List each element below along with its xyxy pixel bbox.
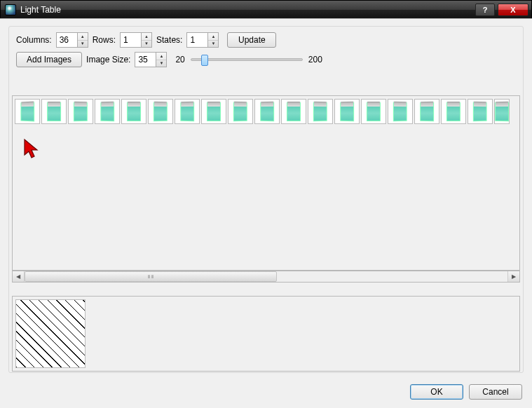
product-icon (127, 102, 141, 121)
scroll-left-icon[interactable]: ◀ (13, 271, 25, 282)
product-icon (74, 102, 88, 121)
spare-images-area (12, 296, 520, 372)
states-label: States: (156, 35, 182, 45)
product-icon (100, 102, 114, 122)
product-thumbnail[interactable] (175, 99, 200, 124)
columns-up-icon[interactable]: ▲ (78, 33, 88, 41)
columns-down-icon[interactable]: ▼ (78, 41, 88, 48)
client-area: Columns: ▲▼ Rows: ▲▼ States: ▲▼ Update A… (0, 18, 532, 408)
product-icon (446, 102, 461, 121)
product-thumbnail[interactable] (228, 99, 253, 124)
slider-thumb[interactable] (201, 55, 208, 66)
add-images-button[interactable]: Add Images (16, 52, 82, 67)
columns-input[interactable] (56, 32, 77, 48)
product-icon (207, 102, 221, 121)
product-icon (180, 102, 194, 122)
app-icon (5, 4, 16, 15)
product-icon (420, 102, 434, 121)
product-icon (473, 102, 487, 122)
cancel-button[interactable]: Cancel (469, 384, 522, 400)
horizontal-scrollbar[interactable]: ◀ ▶ (12, 271, 520, 283)
rows-spinner[interactable]: ▲▼ (120, 32, 152, 48)
rows-input[interactable] (120, 32, 141, 48)
product-thumbnail[interactable] (254, 99, 280, 124)
product-thumbnail[interactable] (148, 99, 173, 124)
rows-label: Rows: (93, 35, 116, 45)
product-thumbnail[interactable] (441, 99, 466, 124)
product-thumbnail[interactable] (281, 99, 306, 124)
slider-max-label: 200 (308, 55, 322, 64)
product-icon (367, 102, 381, 121)
product-thumbnail[interactable] (468, 99, 493, 124)
columns-label: Columns: (16, 35, 52, 45)
update-button[interactable]: Update (227, 32, 276, 48)
rows-down-icon[interactable]: ▼ (142, 41, 151, 48)
image-size-input[interactable] (135, 52, 156, 67)
spare-slot-empty[interactable] (15, 299, 86, 368)
product-icon (495, 102, 509, 121)
image-size-slider[interactable] (191, 58, 303, 61)
states-down-icon[interactable]: ▼ (208, 41, 218, 48)
product-thumbnail[interactable] (41, 99, 67, 124)
product-icon (20, 102, 34, 122)
product-thumbnail[interactable] (388, 99, 413, 124)
titlebar: Light Table ? X (1, 1, 531, 19)
product-thumbnail[interactable] (121, 99, 146, 124)
states-spinner[interactable]: ▲▼ (186, 32, 219, 48)
product-icon (47, 102, 61, 121)
product-thumbnail[interactable] (201, 99, 226, 124)
empty-slot-hatch-icon (16, 300, 85, 367)
rows-up-icon[interactable]: ▲ (142, 33, 151, 41)
product-icon (154, 102, 168, 121)
settings-row-2: Add Images Image Size: ▲▼ 20 200 (9, 48, 523, 67)
settings-row-1: Columns: ▲▼ Rows: ▲▼ States: ▲▼ Update (9, 27, 523, 48)
states-input[interactable] (186, 32, 207, 48)
product-icon (393, 102, 407, 122)
product-icon (287, 102, 301, 121)
image-size-up-icon[interactable]: ▲ (156, 53, 166, 60)
product-icon (260, 102, 274, 122)
thumbnails-row (13, 96, 519, 127)
columns-spinner[interactable]: ▲▼ (56, 32, 88, 48)
image-size-slider-group: 20 200 (175, 55, 322, 64)
help-button[interactable]: ? (475, 4, 495, 16)
product-icon (233, 102, 247, 121)
product-thumbnail[interactable] (414, 99, 439, 124)
image-size-down-icon[interactable]: ▼ (156, 60, 166, 67)
ok-button[interactable]: OK (410, 384, 463, 400)
product-thumbnail[interactable] (95, 99, 120, 124)
product-icon (340, 102, 354, 121)
states-up-icon[interactable]: ▲ (208, 33, 218, 41)
product-thumbnail[interactable] (15, 99, 40, 124)
product-thumbnail[interactable] (308, 99, 333, 124)
slider-min-label: 20 (175, 55, 184, 64)
dialog-footer: OK Cancel (410, 384, 522, 400)
image-size-label: Image Size: (86, 55, 130, 64)
scroll-right-icon[interactable]: ▶ (507, 271, 519, 282)
product-thumbnail[interactable] (68, 99, 93, 124)
product-thumbnail[interactable] (334, 99, 360, 124)
scrollbar-thumb[interactable] (25, 271, 277, 282)
product-icon (313, 102, 327, 122)
scrollbar-track[interactable] (25, 271, 507, 282)
product-thumbnail[interactable] (494, 99, 510, 124)
window-title: Light Table (20, 5, 472, 15)
product-thumbnail[interactable] (361, 99, 386, 124)
input-images-area (12, 95, 520, 271)
close-button[interactable]: X (498, 4, 528, 16)
main-panel: Columns: ▲▼ Rows: ▲▼ States: ▲▼ Update A… (8, 26, 524, 373)
image-size-spinner[interactable]: ▲▼ (135, 52, 167, 67)
